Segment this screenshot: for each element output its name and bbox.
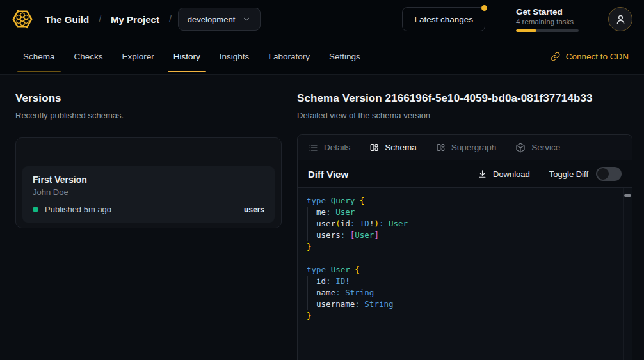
nav-tab-checks[interactable]: Checks	[67, 38, 111, 74]
schema-detail-card: DetailsSchemaSupergraphService Diff View…	[297, 134, 632, 360]
code-line: users: [User]	[307, 230, 614, 241]
code-line: username: String	[307, 299, 614, 310]
service-badge: users	[244, 205, 264, 214]
breadcrumb-separator: /	[169, 14, 172, 24]
detail-tab-label: Service	[531, 143, 560, 152]
toggle-diff-switch[interactable]	[596, 167, 622, 181]
nav-tab-schema[interactable]: Schema	[15, 38, 63, 74]
detail-tab-service[interactable]: Service	[515, 143, 560, 153]
indent-guide	[307, 207, 308, 241]
list-icon	[308, 143, 318, 153]
versions-list: First Version John Doe Published 5m ago …	[15, 137, 282, 228]
code-line	[307, 253, 614, 264]
code-line: }	[307, 310, 614, 322]
nav-tab-settings[interactable]: Settings	[321, 38, 368, 74]
versions-title: Versions	[15, 92, 282, 105]
code-line: }	[307, 241, 614, 253]
schema-code-viewer[interactable]: type Query { me: User user(id: ID!): Use…	[298, 187, 632, 360]
version-status: Published 5m ago	[45, 205, 111, 214]
indent-guide	[307, 276, 308, 310]
detail-tab-label: Schema	[385, 143, 417, 152]
app-header: The Guild / My Project / development Lat…	[0, 0, 644, 38]
notification-dot	[481, 5, 487, 11]
versions-subtitle: Recently published schemas.	[15, 111, 282, 120]
diff-toolbar: Diff View Download Toggle Diff	[298, 160, 632, 187]
detail-tabs: DetailsSchemaSupergraphService	[298, 135, 632, 160]
published-status-dot	[33, 207, 38, 212]
version-title: First Version	[33, 175, 264, 185]
scrollbar-thumb[interactable]	[624, 194, 631, 197]
link-icon	[551, 52, 560, 61]
detail-tab-supergraph[interactable]: Supergraph	[436, 143, 497, 152]
code-line: id: ID!	[307, 276, 614, 287]
get-started-progress-bar	[516, 29, 579, 32]
chevron-down-icon	[242, 15, 251, 24]
versions-panel: Versions Recently published schemas. Fir…	[15, 92, 282, 360]
breadcrumb-project[interactable]: My Project	[111, 14, 159, 25]
switch-knob	[597, 168, 609, 180]
environment-selector[interactable]: development	[178, 8, 261, 31]
nav-tab-insights[interactable]: Insights	[212, 38, 257, 74]
detail-tab-schema[interactable]: Schema	[369, 143, 417, 152]
get-started-widget[interactable]: Get Started 4 remaining tasks	[516, 7, 579, 32]
box-icon	[515, 143, 526, 153]
connect-to-cdn-button[interactable]: Connect to CDN	[551, 38, 629, 74]
nav-tab-explorer[interactable]: Explorer	[115, 38, 162, 74]
download-icon	[478, 169, 487, 179]
get-started-title: Get Started	[516, 7, 579, 17]
code-line: me: User	[307, 207, 614, 218]
environment-label: development	[188, 15, 235, 24]
get-started-subtitle: 4 remaining tasks	[516, 18, 579, 26]
version-author: John Doe	[33, 187, 264, 197]
breadcrumb-org[interactable]: The Guild	[45, 14, 89, 25]
user-avatar[interactable]	[608, 7, 632, 31]
schema-version-subtitle: Detailed view of the schema version	[297, 111, 632, 120]
nav-tab-laboratory[interactable]: Laboratory	[261, 38, 318, 74]
breadcrumb-separator: /	[99, 14, 101, 24]
detail-tab-label: Details	[324, 143, 350, 152]
get-started-progress-fill	[516, 29, 536, 32]
version-list-item[interactable]: First Version John Doe Published 5m ago …	[22, 166, 275, 223]
download-button[interactable]: Download	[478, 169, 530, 179]
latest-changes-button[interactable]: Latest changes	[402, 7, 485, 31]
toggle-diff-label: Toggle Diff	[549, 169, 588, 179]
code-line: type Query {	[307, 195, 614, 207]
diff-view-title: Diff View	[308, 169, 348, 180]
code-line: name: String	[307, 287, 614, 299]
panels-icon	[436, 143, 446, 152]
primary-nav: SchemaChecksExplorerHistoryInsightsLabor…	[0, 38, 644, 75]
schema-sdl-code: type Query { me: User user(id: ID!): Use…	[307, 195, 614, 322]
panels-icon	[369, 143, 379, 152]
scrollbar-track	[623, 188, 624, 360]
code-line: user(id: ID!): User	[307, 218, 614, 230]
latest-changes-label: Latest changes	[414, 15, 473, 24]
code-line: type User {	[307, 264, 614, 276]
detail-tab-label: Supergraph	[451, 143, 497, 152]
download-label: Download	[493, 169, 530, 179]
person-icon	[615, 13, 627, 26]
nav-tab-history[interactable]: History	[166, 38, 208, 74]
connect-to-cdn-label: Connect to CDN	[566, 52, 629, 61]
version-detail-panel: Schema Version 2166196f-5e10-4059-bd0a-0…	[297, 92, 632, 360]
schema-version-title: Schema Version 2166196f-5e10-4059-bd0a-0…	[297, 92, 632, 105]
detail-tab-details[interactable]: Details	[308, 143, 350, 153]
hive-logo-icon[interactable]	[10, 7, 35, 31]
